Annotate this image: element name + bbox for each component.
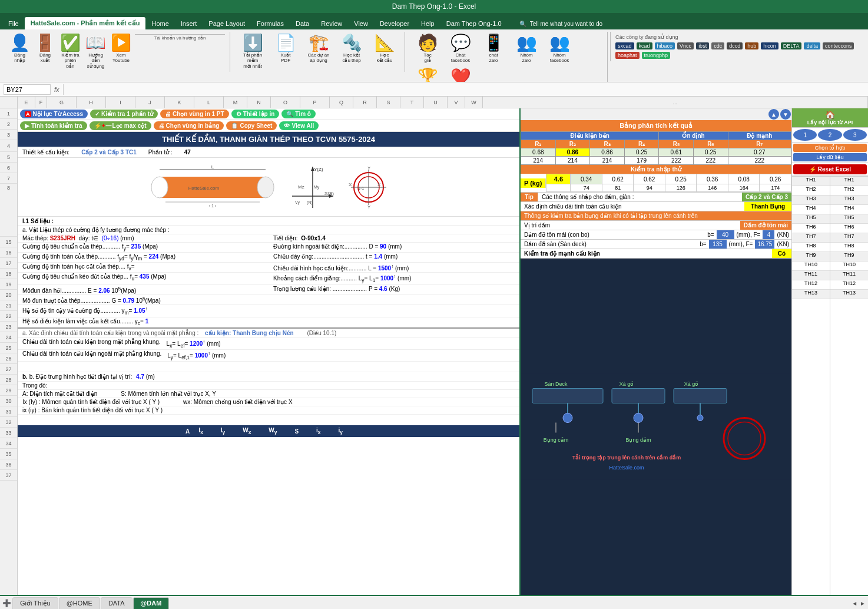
btn-3[interactable]: 3 <box>843 129 867 141</box>
th9-right[interactable]: TH9 <box>830 252 868 262</box>
tab-formulas[interactable]: Formulas <box>251 18 290 29</box>
th7-left[interactable]: TH7 <box>792 233 830 243</box>
btn-copy-sheet[interactable]: 📋 Copy Sheet <box>226 121 277 130</box>
btn-youtube[interactable]: ▶️ XemYoutube <box>110 33 132 65</box>
sheet-add-btn[interactable]: ➕ <box>2 599 11 607</box>
th11-right[interactable]: TH11 <box>830 271 868 280</box>
th10-right[interactable]: TH10 <box>830 262 868 271</box>
th8-left[interactable]: TH8 <box>792 243 830 252</box>
btn-nhom-zalo[interactable]: 👥 Nhómzalo <box>511 33 542 65</box>
th9-left[interactable]: TH9 <box>792 252 830 262</box>
tab-insert[interactable]: Insert <box>175 18 203 29</box>
r6-val: 0.25 <box>694 148 728 157</box>
th4-left[interactable]: TH4 <box>792 205 830 214</box>
th4-right[interactable]: TH4 <box>830 205 868 214</box>
empty-row-30 <box>18 362 519 372</box>
th5-right[interactable]: TH5 <box>830 214 868 224</box>
design-label1: Thiết kế cấu kiện: <box>22 149 69 155</box>
section-materials-header: I.1 Số liệu : <box>18 217 519 226</box>
tab-data[interactable]: DATA <box>101 597 132 610</box>
th13-left[interactable]: TH13 <box>792 290 830 299</box>
th6-left[interactable]: TH6 <box>792 224 830 233</box>
tab-view[interactable]: View <box>348 18 374 29</box>
r1-val: 0.68 <box>521 148 556 157</box>
tab-review[interactable]: Review <box>315 18 348 29</box>
th3-right[interactable]: TH3 <box>830 196 868 205</box>
btn-tacgia[interactable]: 🧑 Tácgiả <box>412 33 443 65</box>
btn-taisoftware[interactable]: ⬇️ Tải phần mềmmới nhất <box>237 33 268 71</box>
btn-xuatpdf[interactable]: 📄 XuấtPDF <box>270 33 301 65</box>
scroll-up-btn[interactable]: ▲ <box>768 109 779 120</box>
btn-tim-o[interactable]: 🔍 Tìm ô <box>281 110 316 118</box>
tab-home[interactable]: Home <box>145 18 174 29</box>
th2-left[interactable]: TH2 <box>792 186 830 196</box>
th1-left[interactable]: TH1 <box>792 177 830 186</box>
th3-left[interactable]: TH3 <box>792 196 830 205</box>
btn-reset-excel[interactable]: ⚡ Reset Excel <box>793 164 867 174</box>
tab-help[interactable]: Help <box>415 18 440 29</box>
btn-kiemtra-phienban[interactable]: ✅ Kiểm traphiên bản <box>59 33 82 71</box>
tab-damthepong[interactable]: Dam Thep Ong-1.0 <box>440 18 508 29</box>
ribbon-group-social: 🧑 Tácgiả 💬 Chátfacebook 📱 chátzalo 👥 Nhó… <box>408 32 608 82</box>
reset-area: ⚡ Reset Excel <box>792 163 868 177</box>
btn-2[interactable]: 2 <box>818 129 842 141</box>
tab-hattesale[interactable]: HatteSale.com - Phần mềm kết cấu <box>25 17 146 29</box>
th12-left[interactable]: TH12 <box>792 280 830 290</box>
btn-tinh-toan[interactable]: ▶ Tính toán kiểm tra <box>20 121 87 130</box>
th12-right[interactable]: TH12 <box>830 280 868 290</box>
btn-dangxuat[interactable]: 🚪 Đăngxuất <box>34 33 57 65</box>
btn-noi-luc-access[interactable]: A Nội lực Từ Access <box>20 110 88 118</box>
btn-thiet-lap-in[interactable]: ⚙ Thiết lập in <box>231 110 280 118</box>
btn-chat-zalo[interactable]: 📱 chátzalo <box>478 33 509 65</box>
th1-right[interactable]: TH1 <box>830 177 868 186</box>
tab-developer[interactable]: Developer <box>374 18 415 29</box>
tab-file[interactable]: File <box>2 18 25 29</box>
btn-huongdan[interactable]: 📖 Hướng dẫnsử dụng <box>84 33 107 71</box>
btn-duan[interactable]: 🏗️ Các dự ánáp dụng <box>303 33 334 65</box>
right-controls: 🏠 Lấy nội lực từ API 1 2 3 Chọn tổ hợp L… <box>791 108 868 595</box>
tab-pagelayout[interactable]: Page Layout <box>203 18 251 29</box>
btn-view-all[interactable]: 👁 View All <box>279 121 319 130</box>
btn-kiem-tra-1pt[interactable]: ✓ Kiểm tra 1 phần tử <box>90 110 158 118</box>
tab-data[interactable]: Data <box>290 18 315 29</box>
th10-left[interactable]: TH10 <box>792 262 830 271</box>
dieu-kien-ben-header: Điều kiện bền <box>521 132 659 140</box>
btn-chungnhan[interactable]: 🏆 Chứngnhận <box>412 67 443 82</box>
th13-right[interactable]: TH13 <box>830 290 868 299</box>
tell-me[interactable]: Tell me what you want to do <box>530 21 602 27</box>
th2-right[interactable]: TH2 <box>830 186 868 196</box>
formula-input[interactable] <box>67 85 864 94</box>
title-text: Dam Thep Ong-1.0 - Excel <box>392 2 476 11</box>
tab-gioi-thieu[interactable]: Giới Thiệu <box>12 597 58 610</box>
btn-hokkettcau[interactable]: 📐 Họckết cầu <box>369 33 400 65</box>
tab-dam[interactable]: @DAM <box>133 597 170 610</box>
btn-hocketthauthep[interactable]: 🔩 Học kếtcấu thép <box>336 33 367 65</box>
btn-loc-max[interactable]: ⚡+— Lọc max cột <box>90 121 151 130</box>
section-32: Trong đó: <box>18 382 519 390</box>
btn-chon-to-hop[interactable]: Chọn tổ hợp <box>793 144 867 152</box>
btn-lay-du-lieu[interactable]: Lấy dữ liệu <box>793 153 867 161</box>
name-box[interactable]: BY27 <box>4 84 51 95</box>
btn-1[interactable]: 1 <box>793 129 817 141</box>
btn-chat-facebook[interactable]: 💬 Chátfacebook <box>445 33 476 65</box>
tab-home[interactable]: @HOME <box>59 597 100 610</box>
th7-right[interactable]: TH7 <box>830 233 868 243</box>
svg-text:Xà gồ: Xà gồ <box>684 381 699 387</box>
num-buttons: 1 2 3 <box>792 128 868 143</box>
btn-chon-vung-in-1pt[interactable]: 🖨 Chọn vùng in 1 PT <box>160 110 229 118</box>
section-34: Ix (Iy) : Mômen quán tính tiết diện đối … <box>18 398 519 406</box>
th8-right[interactable]: TH8 <box>830 243 868 252</box>
btn-dangnhap[interactable]: 👤 Đăngnhập <box>8 33 31 65</box>
col-headers: E F G H I J K L M N O P Q R S T U V W ..… <box>18 97 868 108</box>
th11-left[interactable]: TH11 <box>792 271 830 280</box>
btn-chon-vung-in-bang[interactable]: 🖨 Chọn vùng in bảng <box>154 121 224 130</box>
fy-row: Cường độ tiêu chuẩn của thép........... … <box>18 243 519 253</box>
cv5: 0.36 <box>697 174 728 184</box>
fyd-row: Cường độ tính toán của thép........... f… <box>18 253 519 263</box>
th5-left[interactable]: TH5 <box>792 214 830 224</box>
svg-rect-33 <box>674 389 727 403</box>
th6-right[interactable]: TH6 <box>830 224 868 233</box>
scroll-down-btn[interactable]: ▼ <box>780 109 791 120</box>
btn-tuthien[interactable]: ❤️ Từthiện <box>445 67 476 82</box>
btn-nhom-facebook[interactable]: 👥 Nhómfacebook <box>544 33 575 65</box>
